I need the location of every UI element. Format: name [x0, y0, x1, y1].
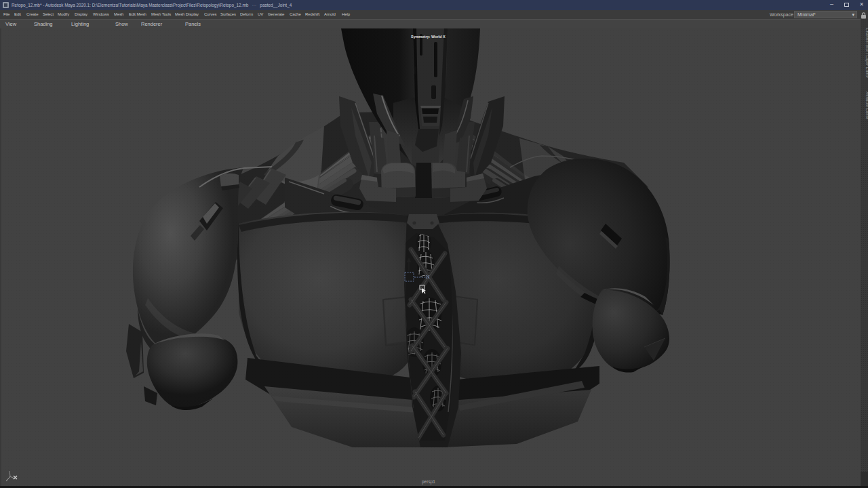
svg-text:Channel Box / Layer Editor: Channel Box / Layer Editor [865, 28, 868, 78]
svg-text:Attribute Editor: Attribute Editor [865, 92, 868, 119]
